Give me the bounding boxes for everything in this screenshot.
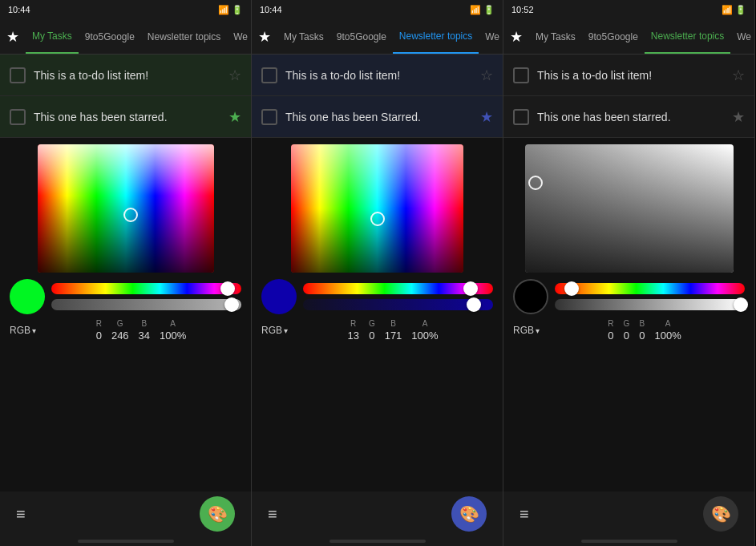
rgb-mode-1[interactable]: RGB ▾ <box>10 325 36 336</box>
task-checkbox-3-1[interactable] <box>513 67 529 83</box>
nav-line-1 <box>78 540 174 543</box>
tab-we-1[interactable]: We <box>227 19 251 54</box>
rgb-a-val-2: 100% <box>411 330 438 342</box>
alpha-thumb-3[interactable] <box>734 297 748 312</box>
tab-star-2[interactable]: ★ <box>258 28 271 46</box>
rgb-r-label-3: R <box>608 319 613 328</box>
tab-mytasks-3[interactable]: My Tasks <box>529 19 582 54</box>
task-checkbox-2-1[interactable] <box>261 67 277 83</box>
status-bar-2: 10:44 📶 🔋 <box>252 0 503 19</box>
tab-newsletter-3[interactable]: Newsletter topics <box>645 19 730 54</box>
menu-icon-2[interactable]: ≡ <box>268 505 277 524</box>
task-star-3-2[interactable]: ★ <box>732 108 745 126</box>
tab-bar-3: ★ My Tasks 9to5Google Newsletter topics … <box>503 19 754 55</box>
task-text-3-2: This one has been starred. <box>537 111 724 123</box>
fab-button-3[interactable]: 🎨 <box>703 496 738 532</box>
color-picker-3: RGB ▾ R 0 G 0 B 0 A 100% <box>503 138 754 491</box>
task-item-3-1: This is a to-do list item! ☆ <box>503 55 754 96</box>
rgb-g-col-3: G 0 <box>623 319 629 342</box>
hue-slider-3[interactable] <box>555 283 745 294</box>
rgb-g-val-3: 0 <box>624 330 629 342</box>
alpha-thumb-2[interactable] <box>467 297 481 312</box>
rgb-g-label-1: G <box>117 319 123 328</box>
rgb-b-val-2: 171 <box>385 330 402 342</box>
task-item-1-2: This one has been starred. ★ <box>0 96 251 138</box>
tab-9to5-3[interactable]: 9to5Google <box>582 19 645 54</box>
alpha-slider-3[interactable] <box>555 299 745 310</box>
status-bar-1: 10:44 📶 🔋 <box>0 0 251 19</box>
rgb-g-col-2: G 0 <box>369 319 375 342</box>
tab-star-3[interactable]: ★ <box>510 28 523 46</box>
rgb-b-col-1: B 34 <box>139 319 150 342</box>
nav-line-3 <box>581 540 677 543</box>
rgb-mode-2[interactable]: RGB ▾ <box>261 325 288 336</box>
task-star-1-1[interactable]: ☆ <box>228 67 241 84</box>
menu-icon-3[interactable]: ≡ <box>519 505 529 524</box>
spectrum-canvas-2[interactable] <box>291 144 463 273</box>
rgb-dropdown-icon-3[interactable]: ▾ <box>536 326 540 335</box>
rgb-g-label-3: G <box>623 319 629 328</box>
alpha-slider-2[interactable] <box>303 299 493 310</box>
rgb-dropdown-icon-1[interactable]: ▾ <box>32 326 36 335</box>
tab-9to5-1[interactable]: 9to5Google <box>79 19 141 54</box>
hue-thumb-1[interactable] <box>220 281 235 296</box>
tab-bar-1: ★ My Tasks 9to5Google Newsletter topics … <box>0 19 251 55</box>
tab-9to5-2[interactable]: 9to5Google <box>330 19 393 54</box>
task-text-1-1: This is a to-do list item! <box>34 69 220 82</box>
fab-button-2[interactable]: 🎨 <box>451 496 487 532</box>
task-checkbox-2-2[interactable] <box>261 109 277 125</box>
alpha-thumb-1[interactable] <box>224 297 239 312</box>
task-star-1-2[interactable]: ★ <box>228 108 241 126</box>
color-cursor-3[interactable] <box>528 176 543 190</box>
rgb-r-col-3: R 0 <box>608 319 613 342</box>
task-checkbox-3-2[interactable] <box>513 109 529 125</box>
rgb-dropdown-icon-2[interactable]: ▾ <box>284 326 288 335</box>
status-time-3: 10:52 <box>511 5 534 14</box>
rgb-a-col-1: A 100% <box>160 319 186 342</box>
tab-mytasks-1[interactable]: My Tasks <box>26 19 79 54</box>
task-star-2-1[interactable]: ☆ <box>480 67 493 84</box>
tab-we-2[interactable]: We <box>479 19 503 54</box>
menu-icon-1[interactable]: ≡ <box>16 505 26 524</box>
tab-star-1[interactable]: ★ <box>6 28 19 46</box>
sliders-col-2 <box>303 283 493 310</box>
color-cursor-2[interactable] <box>370 212 385 226</box>
hue-thumb-3[interactable] <box>564 281 579 296</box>
rgb-mode-3[interactable]: RGB ▾ <box>513 325 540 336</box>
bottom-bar-2: ≡ 🎨 <box>252 491 503 536</box>
hue-slider-2[interactable] <box>303 283 493 294</box>
tab-newsletter-1[interactable]: Newsletter topics <box>141 19 227 54</box>
tab-mytasks-2[interactable]: My Tasks <box>277 19 330 54</box>
color-cursor-1[interactable] <box>123 208 138 222</box>
spectrum-canvas-1[interactable] <box>38 144 214 273</box>
task-star-2-2[interactable]: ★ <box>480 108 493 126</box>
rgb-r-col-2: R 13 <box>347 319 358 342</box>
task-checkbox-1-1[interactable] <box>10 67 26 83</box>
task-text-3-1: This is a to-do list item! <box>537 69 724 82</box>
alpha-slider-1[interactable] <box>51 299 241 310</box>
tab-we-3[interactable]: We <box>730 19 754 54</box>
rgb-r-val-1: 0 <box>96 330 102 342</box>
tab-newsletter-2[interactable]: Newsletter topics <box>393 19 479 54</box>
rgb-row-2: RGB ▾ R 13 G 0 B 171 A 100% <box>261 319 493 342</box>
task-list-1: This is a to-do list item! ☆ This one ha… <box>0 55 251 138</box>
rgb-b-label-1: B <box>142 319 148 328</box>
rgb-a-col-3: A 100% <box>655 319 681 342</box>
hue-thumb-2[interactable] <box>463 281 478 296</box>
task-text-2-1: This is a to-do list item! <box>285 69 472 82</box>
fab-button-1[interactable]: 🎨 <box>200 496 235 532</box>
hue-slider-1[interactable] <box>51 283 241 294</box>
bottom-bar-3: ≡ 🎨 <box>503 491 754 536</box>
rgb-a-label-2: A <box>422 319 428 328</box>
rgb-g-col-1: G 246 <box>111 319 129 342</box>
rgb-g-val-2: 0 <box>369 330 374 342</box>
spectrum-canvas-3[interactable] <box>525 144 734 273</box>
task-star-3-1[interactable]: ☆ <box>732 67 745 84</box>
sliders-area-2 <box>261 279 493 314</box>
task-checkbox-1-2[interactable] <box>10 109 26 125</box>
bottom-bar-1: ≡ 🎨 <box>0 491 251 536</box>
color-preview-1 <box>10 279 45 314</box>
rgb-a-label-3: A <box>665 319 671 328</box>
status-icons-3: 📶 🔋 <box>722 5 746 15</box>
phone-panel-blue: 10:44 📶 🔋 ★ My Tasks 9to5Google Newslett… <box>252 0 503 546</box>
